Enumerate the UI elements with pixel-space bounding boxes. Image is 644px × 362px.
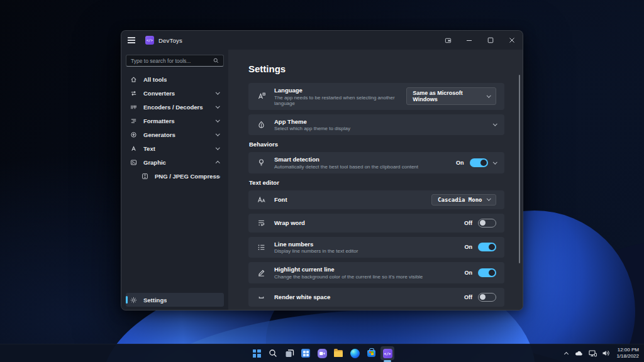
font-dropdown-value: Cascadia Mono — [438, 197, 482, 203]
encoders-icon — [130, 104, 138, 111]
desktop: </> DevToys — [0, 0, 644, 362]
onedrive-cloud-icon[interactable] — [575, 348, 584, 358]
setting-title: Wrap word — [274, 219, 305, 226]
formatters-icon — [130, 118, 138, 124]
maximize-button[interactable] — [480, 31, 501, 50]
sidebar-item-graphic[interactable]: Graphic — [126, 156, 224, 169]
wrap-word-toggle[interactable] — [478, 219, 496, 228]
chevron-down-icon — [216, 104, 219, 108]
store-button[interactable] — [364, 346, 378, 360]
sidebar-item-label: Generators — [143, 131, 175, 138]
setting-subtitle: The app needs to be restarted when selec… — [274, 95, 406, 106]
sidebar-item-label: Graphic — [143, 159, 166, 166]
sidebar-item-label: Encoders / Decoders — [143, 104, 203, 111]
font-setting-row: Font Cascadia Mono — [248, 190, 504, 209]
sidebar-item-converters[interactable]: Converters — [126, 87, 224, 100]
taskbar: </> 12:00 PM 1/18/2022 — [0, 344, 644, 362]
language-dropdown[interactable]: Same as Microsoft Windows — [406, 87, 496, 105]
text-icon — [130, 145, 138, 152]
task-view-icon — [285, 349, 294, 358]
chevron-down-icon — [216, 90, 219, 94]
widgets-button[interactable] — [299, 346, 313, 360]
language-dropdown-value: Same as Microsoft Windows — [413, 90, 482, 102]
setting-title: Smart detection — [274, 156, 418, 163]
smart-detection-setting-row[interactable]: Smart detection Automatically detect the… — [248, 152, 504, 173]
devtoys-window: </> DevToys — [121, 30, 523, 310]
sidebar-item-label: Text — [143, 145, 155, 152]
hamburger-menu-icon[interactable] — [128, 35, 142, 46]
render-white-space-toggle[interactable] — [478, 293, 496, 302]
file-explorer-icon — [334, 350, 343, 357]
render-white-space-setting-row: Render white space Off — [248, 288, 504, 307]
tray-date: 1/18/2022 — [616, 353, 639, 359]
taskbar-search-button[interactable] — [266, 346, 280, 360]
highlighter-icon — [257, 268, 266, 277]
chevron-down-icon — [487, 94, 491, 97]
line-numbers-icon — [257, 243, 266, 251]
devtoys-logo-icon: </> — [145, 36, 154, 45]
devtoys-taskbar-button[interactable]: </> — [380, 346, 394, 360]
task-view-button[interactable] — [282, 346, 296, 360]
line-numbers-toggle[interactable] — [478, 243, 496, 251]
search-icon — [213, 58, 219, 63]
sidebar-item-all-tools[interactable]: All tools — [126, 73, 224, 86]
window-title: DevToys — [158, 37, 182, 44]
section-label-behaviors: Behaviors — [249, 141, 504, 148]
close-button[interactable] — [501, 31, 523, 50]
sidebar-item-png-jpeg-compressor[interactable]: PNG / JPEG Compressor — [126, 170, 224, 183]
sidebar-item-encoders-decoders[interactable]: Encoders / Decoders — [126, 101, 224, 114]
graphic-icon — [130, 159, 138, 166]
setting-title: Line numbers — [274, 241, 358, 248]
sidebar-item-formatters[interactable]: Formatters — [126, 114, 224, 128]
search-input[interactable] — [131, 58, 213, 64]
chevron-down-icon[interactable] — [493, 122, 497, 126]
edge-button[interactable] — [348, 346, 362, 360]
tray-chevron-up-icon[interactable] — [562, 348, 570, 358]
language-setting-row: Language The app needs to be restarted w… — [248, 83, 504, 110]
setting-subtitle: Change the background color of the curre… — [274, 274, 423, 280]
chevron-down-icon — [487, 197, 491, 200]
chevron-up-icon — [216, 162, 219, 165]
setting-title: Render white space — [274, 293, 330, 300]
file-explorer-button[interactable] — [331, 346, 345, 360]
setting-title: Highlight current line — [274, 266, 423, 273]
language-icon — [257, 92, 266, 101]
font-dropdown[interactable]: Cascadia Mono — [431, 194, 496, 206]
sidebar-item-label: Formatters — [143, 118, 175, 124]
chevron-down-icon — [216, 118, 219, 122]
compact-overlay-button[interactable] — [437, 31, 458, 50]
smart-detection-toggle[interactable] — [470, 158, 488, 167]
highlight-current-line-toggle[interactable] — [478, 268, 496, 277]
search-icon — [269, 349, 277, 358]
toggle-state-label: On — [465, 270, 473, 276]
app-theme-setting-row[interactable]: App Theme Select which app theme to disp… — [248, 114, 504, 136]
sidebar-item-settings[interactable]: Settings — [126, 293, 224, 307]
network-icon[interactable] — [588, 348, 597, 358]
sidebar-item-label: All tools — [143, 76, 167, 83]
page-title: Settings — [248, 63, 504, 74]
converters-icon — [130, 90, 138, 97]
settings-page: Settings Language The app needs to be re… — [228, 50, 523, 310]
vertical-scrollbar[interactable] — [519, 75, 520, 263]
toggle-state-label: On — [456, 160, 464, 166]
chat-button[interactable] — [315, 346, 329, 360]
minimize-button[interactable] — [458, 31, 480, 50]
chevron-down-icon[interactable] — [493, 160, 497, 163]
setting-title: Language — [274, 87, 406, 94]
volume-icon[interactable] — [601, 348, 610, 358]
setting-title: Font — [274, 196, 287, 203]
setting-subtitle: Display line numbers in the text editor — [274, 248, 358, 254]
sidebar-item-label: Converters — [143, 90, 175, 97]
taskbar-clock[interactable]: 12:00 PM 1/18/2022 — [614, 347, 639, 359]
whitespace-icon — [257, 293, 266, 301]
sidebar-item-label: PNG / JPEG Compressor — [155, 173, 220, 180]
start-button[interactable] — [250, 346, 264, 360]
tool-search-box[interactable] — [126, 55, 224, 67]
image-compress-icon — [141, 173, 149, 180]
sidebar-item-generators[interactable]: Generators — [126, 128, 224, 141]
font-icon — [257, 195, 266, 204]
titlebar[interactable]: </> DevToys — [121, 31, 523, 50]
theme-icon — [257, 121, 266, 129]
gear-icon — [130, 297, 138, 304]
sidebar-item-text[interactable]: Text — [126, 142, 224, 155]
